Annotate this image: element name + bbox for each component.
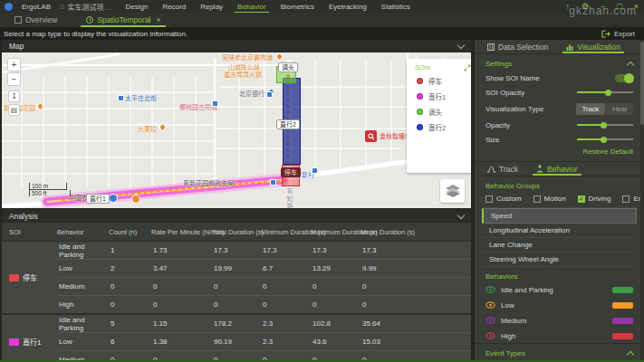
close-icon[interactable]: × [634, 1, 639, 12]
collapse-up-chevron-icon[interactable] [627, 350, 634, 357]
map-canvas[interactable]: 调头 直行2 停车 直行1 宠味老北京酱肉铺 山城陈么妹 重庆骂骂火锅 北京银行… [2, 52, 471, 208]
subtab-behavior[interactable]: Behavior [534, 162, 580, 176]
visibility-toggle-icon[interactable] [485, 332, 495, 339]
collapse-chevron-icon[interactable] [457, 42, 465, 49]
gear-icon[interactable]: ⚙ [582, 1, 589, 12]
search-result-icon[interactable] [365, 130, 377, 142]
project-selector[interactable]: ⌂ 实车测试项… [60, 2, 111, 12]
visibility-toggle-icon[interactable] [485, 286, 495, 293]
soi-legend-item[interactable]: 直行1 [407, 89, 471, 104]
tab-spatiotemporal[interactable]: SpatioTemporal × [82, 13, 164, 27]
menu-item-statistics[interactable]: Statistics [381, 1, 410, 13]
cell-value: 2.3 [261, 319, 311, 328]
soi-legend-item[interactable]: 调头 [407, 104, 471, 119]
map-zoom-in-button[interactable]: + [7, 58, 21, 71]
menu-item-biometrics[interactable]: Biometrics [281, 1, 314, 13]
update-icon[interactable]: ↑ [565, 1, 570, 12]
cell-behavior: Medium [57, 356, 109, 360]
opacity-slider[interactable] [577, 121, 633, 129]
map-download-button[interactable]: ↧ [8, 90, 20, 102]
behavior-color-swatch[interactable] [612, 318, 633, 324]
table-row[interactable]: Idle and Parking11.7317.317.317.317.3 [57, 242, 471, 259]
viz-type-track-button[interactable]: Track [576, 103, 605, 115]
scrollbar-thumb[interactable] [640, 42, 644, 125]
menu-item-eyetracking[interactable]: Eyetracking [329, 1, 367, 13]
menu-item-design[interactable]: Design [125, 1, 148, 13]
cell-value: 0 [360, 300, 471, 309]
expand-icon[interactable] [464, 64, 471, 71]
menu-item-replay[interactable]: Replay [200, 1, 223, 13]
menu-item-behavior[interactable]: Behavior [237, 1, 266, 13]
col-rate: Rate Per Minute (N/min) [151, 228, 212, 236]
tab-visualization-label: Visualization [577, 43, 620, 52]
visibility-toggle-icon[interactable] [485, 317, 495, 324]
analysis-panel-header[interactable]: Analysis [2, 210, 471, 223]
settings-section-header[interactable]: Settings [475, 54, 644, 71]
visualization-type-switch: Track Heat [576, 103, 633, 115]
checkbox-custom[interactable]: Custom [485, 195, 522, 203]
behavior-group-item-lane-change[interactable]: Lane Change [482, 238, 637, 252]
table-row[interactable]: Low61.3890.192.343.615.03 [57, 332, 471, 350]
behavior-row: Low [475, 297, 644, 312]
show-soi-name-toggle[interactable] [615, 74, 633, 82]
map-panel: Map [2, 40, 471, 208]
tab-data-selection-label: Data Selection [498, 43, 548, 52]
sub-tabs: Track Behavior [475, 162, 644, 176]
event-types-header[interactable]: Event Types [475, 344, 644, 360]
tab-overview[interactable]: Overview [11, 13, 61, 27]
map-layers-button[interactable] [440, 179, 465, 203]
map-poi-label: 北京银行 [239, 90, 264, 98]
behavior-color-swatch[interactable] [612, 287, 633, 293]
behavior-group-item-speed[interactable]: Speed [482, 208, 637, 224]
map-panel-title: Map [9, 42, 24, 51]
visibility-toggle-icon[interactable] [485, 301, 495, 309]
window-controls: ↑ ⚙ − □ × [565, 1, 639, 12]
main-menu: DesignRecordReplayBehaviorBiometricsEyet… [125, 1, 409, 13]
checkbox-driving[interactable]: ✓Driving [578, 195, 611, 203]
cell-value: 0 [109, 300, 151, 309]
restore-default-link[interactable]: Restore Default [582, 148, 633, 156]
table-row[interactable]: Low23.4719.996.713.299.99 [57, 259, 471, 277]
checkbox-box [485, 195, 493, 203]
collapse-up-chevron-icon[interactable] [627, 61, 634, 68]
map-scale: 100 m 500 ft [29, 183, 71, 196]
tab-overview-label: Overview [25, 15, 57, 24]
map-zoom-out-button[interactable]: − [7, 72, 21, 86]
tab-spatiotemporal-label: SpatioTemporal [97, 15, 150, 24]
behavior-color-swatch[interactable] [612, 333, 633, 339]
tab-visualization[interactable]: Visualization [564, 40, 622, 53]
export-button[interactable]: Export [601, 27, 635, 40]
table-row[interactable]: Medium000000 [57, 277, 471, 295]
map-list-button[interactable]: ▤ [8, 104, 20, 116]
show-soi-name-row: Show SOI Name [475, 71, 644, 85]
soi-legend-item[interactable]: 停车 [407, 73, 471, 89]
behavior-group-item-longitudinal-acceleration[interactable]: Longitudinal Acceleration [482, 224, 637, 238]
minimize-icon[interactable]: − [601, 1, 605, 12]
size-slider[interactable] [577, 136, 633, 143]
table-row[interactable]: High000000 [57, 295, 471, 313]
table-row[interactable]: Medium000000 [57, 350, 471, 360]
subtab-track[interactable]: Track [485, 162, 520, 176]
subtab-track-label: Track [499, 165, 518, 174]
collapse-chevron-icon[interactable] [457, 212, 465, 219]
behavior-group-item-steering-wheel-angle[interactable]: Steering Wheel Angle [482, 252, 637, 267]
cell-value: 3.47 [151, 264, 212, 272]
tab-close-icon[interactable]: × [157, 15, 161, 24]
map-panel-header[interactable]: Map [2, 40, 471, 52]
tab-data-selection[interactable]: Data Selection [485, 40, 550, 53]
soi-opacity-slider[interactable] [577, 89, 633, 96]
cell-value: 0 [311, 356, 360, 360]
soi-legend-items: 停车直行1调头直行2 [407, 73, 471, 135]
viz-type-heat-button[interactable]: Heat [606, 103, 633, 115]
project-icon: ⌂ [60, 2, 64, 11]
cell-value: 19.99 [212, 264, 261, 272]
cell-value: 17.3 [360, 246, 471, 254]
panel-scrollbar[interactable] [640, 40, 644, 362]
soi-legend-item[interactable]: 直行2 [407, 119, 471, 135]
checkbox-motion[interactable]: Motion [533, 195, 566, 203]
table-row[interactable]: Idle and Parking51.15178.22.3102.835.64 [57, 315, 471, 332]
menu-item-record[interactable]: Record [162, 1, 186, 13]
cell-value: 35.64 [360, 319, 471, 328]
maximize-icon[interactable]: □ [617, 1, 621, 12]
behavior-color-swatch[interactable] [612, 302, 633, 309]
